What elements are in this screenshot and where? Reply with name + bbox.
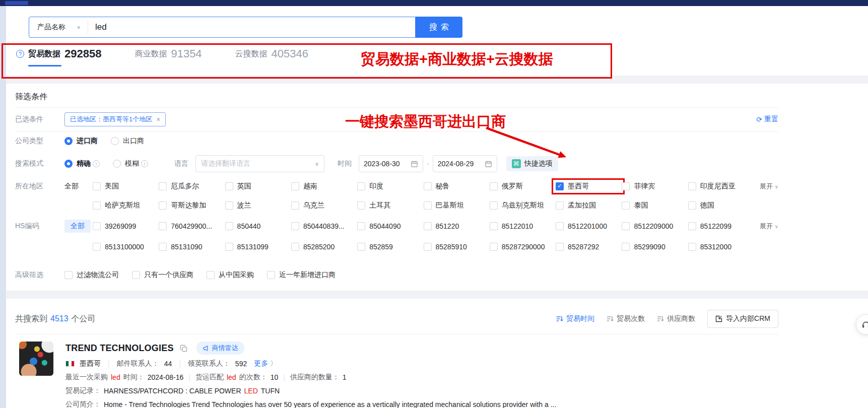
hs-code-checkbox[interactable]: 85131099 [225, 243, 287, 251]
checkbox-icon[interactable] [622, 182, 630, 190]
checkbox-icon[interactable] [688, 201, 696, 210]
checkbox-icon[interactable] [357, 222, 365, 230]
checkbox-icon[interactable] [225, 201, 233, 210]
checkbox-icon[interactable] [132, 271, 140, 279]
checkbox-icon[interactable] [424, 182, 432, 190]
hs-code-checkbox[interactable]: 851220 [424, 222, 486, 230]
region-checkbox[interactable]: 巴基斯坦 [424, 201, 486, 210]
help-icon[interactable]: ? [16, 50, 24, 58]
region-checkbox[interactable]: 波兰 [225, 201, 287, 210]
region-checkbox[interactable]: 俄罗斯 [490, 182, 552, 191]
checkbox-icon[interactable] [424, 243, 432, 251]
region-checkbox[interactable]: 墨西哥 [556, 182, 618, 191]
hs-code-checkbox[interactable]: 760429900... [159, 222, 221, 230]
checkbox-icon[interactable] [159, 243, 167, 251]
checkbox-icon[interactable] [207, 271, 215, 279]
tab-cloud-search-data[interactable]: 云搜数据 405346 [235, 44, 308, 60]
checkbox-icon[interactable] [490, 201, 498, 210]
region-checkbox[interactable]: 厄瓜多尔 [159, 182, 221, 191]
checkbox-icon[interactable] [225, 182, 233, 190]
checkbox-icon[interactable] [159, 182, 167, 190]
checkbox-icon[interactable] [291, 243, 299, 251]
search-category-dropdown[interactable]: 产品名称 ∨ [29, 21, 88, 34]
checkbox-icon[interactable] [291, 201, 299, 210]
checkbox-icon[interactable] [622, 243, 630, 251]
region-checkbox[interactable]: 印度 [357, 182, 419, 191]
region-checkbox[interactable]: 秘鲁 [424, 182, 486, 191]
checkbox-icon[interactable] [688, 222, 696, 230]
region-checkbox[interactable]: 哥斯达黎加 [159, 201, 221, 210]
checkbox-icon[interactable] [225, 222, 233, 230]
language-select[interactable]: 请选择翻译语言 ∨ [195, 155, 324, 172]
checkbox-icon[interactable] [267, 271, 275, 279]
advanced-filter-checkbox[interactable]: 过滤物流公司 [64, 270, 119, 280]
region-checkbox[interactable]: 乌克兰 [291, 201, 353, 210]
checkbox-icon[interactable] [490, 182, 498, 190]
region-checkbox[interactable]: 德国 [688, 201, 750, 210]
region-checkbox[interactable]: 泰国 [622, 201, 684, 210]
checkbox-icon[interactable] [622, 201, 630, 210]
hs-code-checkbox[interactable]: 8512201000 [556, 222, 618, 230]
region-checkbox[interactable]: 英国 [225, 182, 287, 191]
radio-importer[interactable]: 进口商 [64, 137, 98, 146]
sort-option-2[interactable]: 贸易次数 [607, 314, 645, 323]
checkbox-icon[interactable] [490, 243, 498, 251]
hs-all-option[interactable]: 全部 [64, 220, 93, 233]
checkbox-icon[interactable] [357, 182, 365, 190]
radio-fuzzy-mode[interactable]: 模糊 i [113, 159, 148, 168]
region-expand-button[interactable]: 展开 ∨ [750, 182, 778, 191]
checkbox-icon[interactable] [93, 222, 101, 230]
checkbox-icon[interactable] [291, 222, 299, 230]
tab-trade-data[interactable]: ? 贸易数据 292858 [16, 44, 101, 60]
hs-code-checkbox[interactable]: 850440 [225, 222, 287, 230]
hs-code-checkbox[interactable]: 85285910 [424, 243, 486, 251]
checkbox-icon[interactable] [556, 201, 564, 210]
info-icon[interactable]: i [141, 160, 148, 167]
import-crm-button[interactable]: 导入内部CRM [707, 310, 778, 328]
radio-exact-mode[interactable]: 精确 i [64, 159, 100, 168]
hs-all-chip[interactable]: 全部 [64, 220, 91, 233]
checkbox-icon[interactable] [556, 182, 564, 190]
hs-code-checkbox[interactable]: 8512209000 [622, 222, 684, 230]
business-radar-badge[interactable]: 商情雷达 [196, 342, 244, 355]
search-input[interactable] [88, 22, 415, 32]
advanced-filter-checkbox[interactable]: 近一年新增进口商 [267, 270, 336, 280]
date-to-input[interactable]: 2024-08-29 [433, 155, 497, 172]
company-name[interactable]: TREND TECHNOLOGIES [65, 343, 174, 354]
sort-option-1[interactable]: 贸易时间 [556, 314, 594, 323]
checkbox-icon[interactable] [93, 201, 101, 210]
checkbox-icon[interactable] [424, 201, 432, 210]
advanced-filter-checkbox[interactable]: 只有一个供应商 [132, 270, 193, 280]
checkbox-icon[interactable] [291, 182, 299, 190]
selected-region-tag[interactable]: 已选地区：墨西哥等1个地区 × [64, 112, 166, 126]
checkbox-icon[interactable] [225, 243, 233, 251]
region-checkbox[interactable]: 越南 [291, 182, 353, 191]
checkbox-icon[interactable] [424, 222, 432, 230]
company-result-item[interactable]: TREND TECHNOLOGIES 商情雷达 墨西哥 | 邮件联系人： 44 [15, 334, 778, 408]
checkbox-icon[interactable] [159, 201, 167, 210]
close-icon[interactable]: × [156, 115, 160, 123]
reset-button[interactable]: ⟳ 重置 [756, 115, 778, 124]
search-button[interactable]: 搜索 [416, 17, 462, 38]
checkbox-icon[interactable] [64, 271, 73, 279]
hs-code-checkbox[interactable]: 39269099 [93, 222, 155, 230]
hs-expand-button[interactable]: 展开 ∨ [750, 222, 778, 231]
sort-option-3[interactable]: 供应商数 [657, 314, 695, 323]
checkbox-icon[interactable] [622, 222, 630, 230]
region-checkbox[interactable]: 美国 [93, 182, 155, 191]
info-icon[interactable]: i [93, 160, 100, 167]
hs-code-checkbox[interactable]: 85122010 [490, 222, 552, 230]
quick-options-button[interactable]: ⌘ 快捷选项 [506, 156, 558, 171]
more-link[interactable]: 更多 〉 [254, 359, 277, 368]
region-all-option[interactable]: 全部 [64, 182, 93, 191]
hs-code-checkbox[interactable]: 85122099 [688, 222, 750, 230]
hs-code-checkbox[interactable]: 85131090 [159, 243, 221, 251]
checkbox-icon[interactable] [93, 243, 101, 251]
date-from-input[interactable]: 2023-08-30 [359, 155, 423, 172]
radio-exporter[interactable]: 出口商 [111, 137, 144, 146]
region-checkbox[interactable]: 菲律宾 [622, 182, 684, 191]
checkbox-icon[interactable] [490, 222, 498, 230]
checkbox-icon[interactable] [556, 243, 564, 251]
region-checkbox[interactable]: 孟加拉国 [556, 201, 618, 210]
region-checkbox[interactable]: 印度尼西亚 [688, 182, 750, 191]
